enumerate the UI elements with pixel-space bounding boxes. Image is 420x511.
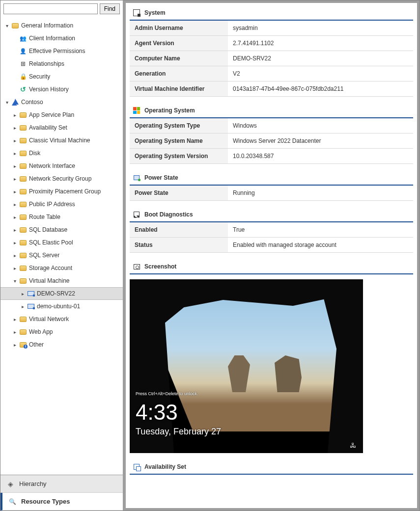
folder-icon bbox=[19, 226, 27, 234]
property-key: Enabled bbox=[130, 222, 228, 238]
section-title: Power State bbox=[144, 174, 178, 181]
caret-right-icon[interactable]: ▸ bbox=[19, 304, 26, 309]
tree-item-route-table[interactable]: ▸ Route Table bbox=[0, 211, 123, 223]
caret-right-icon[interactable]: ▸ bbox=[11, 253, 18, 258]
tree-item-sql-database[interactable]: ▸ SQL Database bbox=[0, 223, 123, 236]
tree-item-network-interface[interactable]: ▸ Network Interface bbox=[0, 160, 123, 172]
folder-icon bbox=[11, 22, 19, 29]
boot-table: EnabledTrue StatusEnabled with managed s… bbox=[130, 222, 413, 253]
tree-item-web-app[interactable]: ▸ Web App bbox=[0, 325, 123, 338]
tree-label: Classic Virtual Machine bbox=[29, 137, 90, 144]
search-icon bbox=[8, 498, 16, 505]
tree-label: Contoso bbox=[21, 99, 43, 106]
caret-right-icon[interactable]: ▸ bbox=[11, 240, 18, 245]
table-row: Agent Version2.7.41491.1102 bbox=[130, 36, 413, 51]
tree-item-public-ip-address[interactable]: ▸ Public IP Address bbox=[0, 198, 123, 211]
tree-item-network-security-group[interactable]: ▸ Network Security Group bbox=[0, 172, 123, 185]
tree-item-version-history[interactable]: ▸ Version History bbox=[0, 83, 123, 96]
caret-right-icon[interactable]: ▸ bbox=[11, 151, 18, 156]
section-screenshot: Screenshot Press Ctrl+Alt+Delete to unlo… bbox=[130, 260, 413, 453]
property-value: True bbox=[228, 222, 413, 238]
caret-right-icon[interactable]: ▸ bbox=[11, 112, 18, 118]
section-title: Operating System bbox=[144, 107, 195, 114]
details-scroll[interactable]: System Admin Usernamesysadmin Agent Vers… bbox=[126, 3, 417, 508]
tree-label: Proximity Placement Group bbox=[29, 188, 101, 195]
folder-icon bbox=[19, 149, 27, 157]
tree-item-availability-set[interactable]: ▸ Availability Set bbox=[0, 121, 123, 134]
tree-item-classic-virtual-machine[interactable]: ▸ Classic Virtual Machine bbox=[0, 134, 123, 147]
tree-item-general-information[interactable]: ▾ General Information bbox=[0, 19, 123, 32]
azure-icon bbox=[11, 98, 19, 106]
caret-right-icon[interactable]: ▸ bbox=[11, 266, 18, 271]
folder-icon bbox=[19, 162, 27, 170]
tree-item-contoso[interactable]: ▾ Contoso bbox=[0, 96, 123, 108]
power-table: Power StateRunning bbox=[130, 186, 413, 201]
caret-right-icon[interactable]: ▸ bbox=[11, 163, 18, 169]
tree-item-other[interactable]: ▸ Other bbox=[0, 338, 123, 351]
caret-right-icon[interactable]: ▸ bbox=[11, 317, 18, 322]
windows-icon bbox=[133, 107, 140, 114]
system-table: Admin Usernamesysadmin Agent Version2.7.… bbox=[130, 21, 413, 97]
tree-item-proximity-placement-group[interactable]: ▸ Proximity Placement Group bbox=[0, 185, 123, 198]
table-row: Computer NameDEMO-SRV22 bbox=[130, 51, 413, 66]
property-value: 0143a187-47b4-49ee-867c-075fdb2da211 bbox=[228, 81, 413, 97]
tree-label: Storage Account bbox=[29, 265, 72, 271]
folder-icon bbox=[19, 315, 27, 323]
caret-right-icon[interactable]: ▸ bbox=[11, 227, 18, 233]
tree-item-security[interactable]: ▸ Security bbox=[0, 70, 123, 83]
table-row: GenerationV2 bbox=[130, 66, 413, 81]
section-title: System bbox=[144, 9, 166, 16]
caret-down-icon[interactable]: ▾ bbox=[3, 23, 10, 28]
find-button[interactable]: Find bbox=[100, 3, 120, 14]
caret-down-icon[interactable]: ▾ bbox=[11, 278, 18, 284]
tree-item-disk[interactable]: ▸ Disk bbox=[0, 147, 123, 160]
caret-right-icon[interactable]: ▸ bbox=[11, 202, 18, 207]
caret-down-icon[interactable]: ▾ bbox=[3, 100, 10, 105]
system-icon bbox=[133, 9, 140, 17]
tree-item-sql-server[interactable]: ▸ SQL Server bbox=[0, 249, 123, 262]
folder-icon bbox=[19, 124, 27, 132]
tree-item-virtual-network[interactable]: ▸ Virtual Network bbox=[0, 313, 123, 325]
folder-icon bbox=[19, 200, 27, 208]
tree-item-demo-ubuntu-01[interactable]: ▸ demo-ubuntu-01 bbox=[0, 300, 123, 313]
folder-icon bbox=[19, 111, 27, 119]
property-value: Windows Server 2022 Datacenter bbox=[228, 134, 413, 149]
tree-item-app-service-plan[interactable]: ▸ App Service Plan bbox=[0, 108, 123, 121]
tab-hierarchy[interactable]: Hierarchy bbox=[0, 475, 123, 493]
caret-right-icon[interactable]: ▸ bbox=[11, 138, 18, 143]
caret-right-icon[interactable]: ▸ bbox=[11, 189, 18, 194]
search-input[interactable] bbox=[3, 3, 98, 14]
caret-right-icon[interactable]: ▸ bbox=[19, 291, 26, 296]
lock-screen-time: 4:33 bbox=[136, 400, 178, 425]
tree-item-storage-account[interactable]: ▸ Storage Account bbox=[0, 262, 123, 274]
table-row: Operating System TypeWindows bbox=[130, 118, 413, 134]
availability-set-icon bbox=[133, 463, 140, 471]
tree-label: Availability Set bbox=[29, 124, 67, 131]
folder-icon bbox=[19, 328, 27, 336]
section-title: Availability Set bbox=[144, 463, 186, 470]
relationships-icon bbox=[19, 60, 27, 68]
tree-item-virtual-machine[interactable]: ▾ Virtual Machine bbox=[0, 274, 123, 287]
caret-right-icon[interactable]: ▸ bbox=[11, 329, 18, 335]
property-value: Running bbox=[228, 186, 413, 201]
tree-item-client-information[interactable]: ▸ Client Information bbox=[0, 32, 123, 45]
tree-label: Security bbox=[29, 73, 50, 80]
caret-right-icon[interactable]: ▸ bbox=[11, 176, 18, 182]
tree-label: Disk bbox=[29, 150, 40, 157]
caret-right-icon[interactable]: ▸ bbox=[11, 215, 18, 220]
tree-item-effective-permissions[interactable]: ▸ Effective Permissions bbox=[0, 45, 123, 57]
folder-icon bbox=[19, 277, 27, 285]
table-row: StatusEnabled with managed storage accou… bbox=[130, 238, 413, 253]
tree-item-relationships[interactable]: ▸ Relationships bbox=[0, 57, 123, 70]
table-row: Operating System NameWindows Server 2022… bbox=[130, 134, 413, 149]
os-table: Operating System TypeWindows Operating S… bbox=[130, 118, 413, 164]
property-key: Power State bbox=[130, 186, 228, 201]
caret-right-icon[interactable]: ▸ bbox=[11, 125, 18, 131]
folder-icon bbox=[19, 213, 27, 221]
folder-icon bbox=[19, 136, 27, 144]
section-title: Screenshot bbox=[144, 263, 176, 270]
caret-right-icon[interactable]: ▸ bbox=[11, 342, 18, 348]
tab-resource-types[interactable]: Resource Types bbox=[0, 493, 123, 511]
tree-item-sql-elastic-pool[interactable]: ▸ SQL Elastic Pool bbox=[0, 236, 123, 249]
tree-item-demo-srv22[interactable]: ▸ DEMO-SRV22 bbox=[0, 287, 123, 300]
